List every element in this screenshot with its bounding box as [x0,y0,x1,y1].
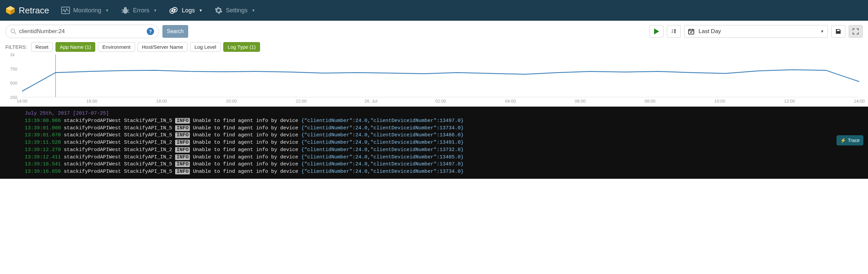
chart: 2505007501k14:0016:0018:0020:0022:0026. … [0,55,868,106]
log-app: StackifyAPI_IN_5 [124,118,172,124]
chart-y-tick: 500 [10,81,18,86]
search-input[interactable] [17,28,147,35]
sort-button[interactable] [667,25,681,38]
log-env: stackifyProdAPIWest [64,118,121,124]
svg-line-15 [14,32,16,34]
log-message: Unable to find agent info by device [193,147,298,153]
save-button[interactable] [831,25,845,38]
timerange-label: Last Day [699,28,721,35]
nav-errors[interactable]: Errors ▼ [121,6,157,14]
log-message: Unable to find agent info by device [193,140,298,145]
svg-point-5 [124,7,127,10]
chart-x-tick: 06:00 [575,98,586,103]
log-app: StackifyAPI_IN_2 [124,147,172,153]
log-line[interactable]: 13:39:16.541 stackifyProdAPIWest Stackif… [25,161,868,168]
log-level-badge: INFO [175,125,190,131]
chart-x-tick: 10:00 [714,98,725,103]
play-icon [654,28,659,34]
chevron-down-icon: ▼ [820,29,824,34]
expand-icon [852,28,859,35]
log-message: Unable to find agent info by device [193,169,298,175]
chart-y-tick: 250 [10,95,18,100]
filter-log-type[interactable]: Log Type (1) [223,42,260,52]
log-line[interactable]: 13:39:01.000 stackifyProdAPIWest Stackif… [25,125,868,132]
svg-line-6 [122,10,123,10]
chart-x-tick: 04:00 [505,98,516,103]
nav-monitoring[interactable]: Monitoring ▼ [61,7,109,14]
nav-errors-label: Errors [133,7,149,14]
log-env: stackifyProdAPIWest [64,140,121,145]
search-box[interactable]: ? [5,25,159,38]
brand-name: Retrace [19,5,49,16]
play-button[interactable] [649,25,663,38]
filter-reset[interactable]: Reset [31,42,53,52]
svg-line-7 [127,10,129,10]
search-icon [10,28,17,34]
logs-icon [169,6,179,14]
filter-host[interactable]: Host/Server Name [138,42,187,52]
chart-x-tick: 14:00 [854,98,865,103]
svg-rect-16 [674,29,676,30]
nav-logs[interactable]: Logs ▼ [169,6,203,14]
log-message: Unable to find agent info by device [193,161,298,167]
chevron-down-icon: ▼ [105,8,109,12]
chevron-down-icon: ▼ [199,8,203,12]
log-env: stackifyProdAPIWest [64,169,121,175]
log-level-badge: INFO [175,147,190,153]
chart-x-tick: 02:00 [435,98,446,103]
fullscreen-button[interactable] [848,25,863,38]
filter-app-name[interactable]: App Name (1) [56,42,95,52]
log-timestamp: 13:39:16.650 [25,169,61,175]
chevron-down-icon: ▼ [252,8,255,12]
nav-settings[interactable]: Settings ▼ [215,6,255,14]
log-json: {"clientidNumber":24.0,"clientDeviceidNu… [301,140,464,145]
trace-button[interactable]: ⚡ Trace [837,135,863,145]
chart-x-tick: 14:00 [17,98,28,103]
log-timestamp: 13:39:11.520 [25,140,61,145]
search-button[interactable]: Search [162,25,188,38]
filter-log-level[interactable]: Log Level [190,42,221,52]
lightning-icon: ⚡ [840,137,846,144]
log-line[interactable]: 13:39:12.270 stackifyProdAPIWest Stackif… [25,146,868,154]
log-timestamp: 13:39:12.270 [25,147,61,153]
nav-logs-label: Logs [182,7,195,14]
chart-x-tick: 20:00 [226,98,237,103]
chart-x-tick: 08:00 [644,98,655,103]
log-json: {"clientidNumber":24.0,"clientDeviceidNu… [301,118,464,124]
log-message: Unable to find agent info by device [193,132,298,138]
log-line[interactable]: 13:39:12.411 stackifyProdAPIWest Stackif… [25,154,868,161]
help-icon[interactable]: ? [147,28,154,35]
svg-line-8 [122,12,123,12]
chevron-down-icon: ▼ [153,8,157,12]
svg-rect-18 [674,32,675,33]
log-json: {"clientidNumber":24.0,"clientDeviceidNu… [301,169,464,175]
timerange-select[interactable]: Last Day ▼ [684,25,828,38]
log-message: Unable to find agent info by device [193,125,298,131]
trace-button-label: Trace [848,137,860,144]
log-env: stackifyProdAPIWest [64,154,121,160]
svg-rect-17 [674,31,676,31]
log-json: {"clientidNumber":24.0,"clientDeviceidNu… [301,132,464,138]
log-app: StackifyAPI_IN_2 [124,154,172,160]
log-level-badge: INFO [175,161,190,167]
filter-row: FILTERS: Reset App Name (1) Environment … [0,42,868,55]
nav-monitoring-label: Monitoring [73,7,101,14]
gear-icon [215,6,223,14]
log-line[interactable]: 13:39:00.906 stackifyProdAPIWest Stackif… [25,117,868,125]
svg-rect-19 [688,29,694,34]
chart-y-tick: 1k [10,52,15,57]
log-env: stackifyProdAPIWest [64,147,121,153]
chart-x-tick: 12:00 [784,98,795,103]
log-message: Unable to find agent info by device [193,154,298,160]
brand[interactable]: Retrace [5,5,49,16]
log-env: stackifyProdAPIWest [64,161,121,167]
filters-label: FILTERS: [5,44,27,50]
log-app: StackifyAPI_IN_5 [124,125,172,131]
log-line[interactable]: 13:39:01.078 stackifyProdAPIWest Stackif… [25,132,868,139]
filter-environment[interactable]: Environment [98,42,135,52]
log-line[interactable]: 13:39:16.650 stackifyProdAPIWest Stackif… [25,168,868,176]
log-pane[interactable]: July 25th, 2017 [2017-07-25] 13:39:00.90… [0,106,868,179]
log-json: {"clientidNumber":24.0,"clientDeviceidNu… [301,161,464,167]
log-line[interactable]: 13:39:11.520 stackifyProdAPIWest Stackif… [25,139,868,146]
chart-plot[interactable] [22,55,859,97]
